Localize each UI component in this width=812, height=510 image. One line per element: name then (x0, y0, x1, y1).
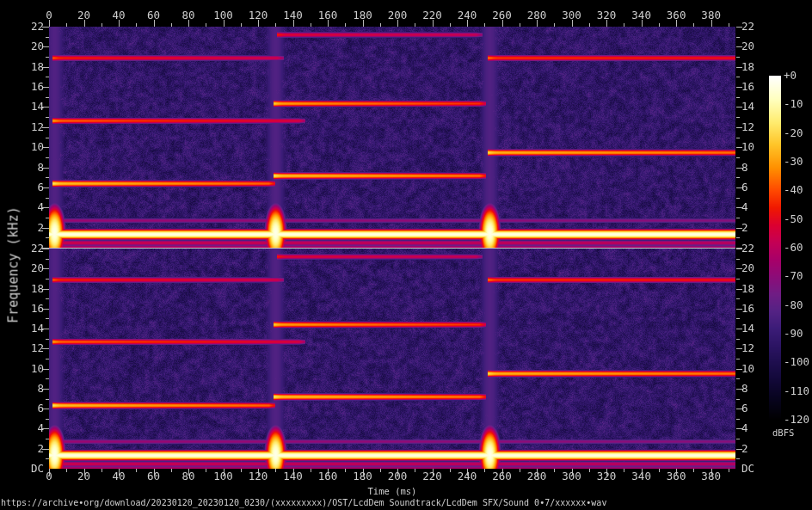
colorbar-tick-label: -40 (784, 185, 803, 196)
freq-tick-label-right: DC (741, 464, 754, 475)
colorbar-unit-label: dBFS (772, 428, 794, 438)
freq-tick-label-left: 2 (37, 443, 44, 454)
colorbar-tick-label: -60 (784, 243, 803, 254)
freq-tick-label-left: 20 (31, 41, 44, 52)
freq-tick-label-right: 6 (741, 403, 748, 415)
time-axis-label: Time (ms) (368, 487, 417, 496)
freq-tick-label-right: 20 (741, 263, 754, 274)
x-tick-label-bottom: 20 (77, 471, 90, 482)
freq-tick-label-right: 4 (741, 423, 748, 434)
x-tick-label-top: 280 (527, 10, 547, 22)
spectrogram-canvas (0, 0, 812, 510)
freq-tick-label-right: 12 (741, 343, 754, 354)
freq-tick-label-right: 16 (741, 304, 754, 315)
x-tick-label-top: 60 (147, 10, 160, 22)
freq-tick-label-left: 6 (37, 182, 44, 194)
x-tick-label-top: 80 (181, 10, 194, 22)
x-tick-label-bottom: 60 (147, 471, 160, 482)
colorbar-tick-label: -70 (784, 271, 803, 282)
freq-tick-label-right: 22 (741, 22, 754, 33)
x-tick-label-top: 380 (701, 10, 721, 22)
x-tick-label-bottom: 180 (353, 471, 372, 482)
footer-url: https://archive•org/download/20230120_20… (1, 499, 606, 507)
x-tick-label-top: 360 (667, 10, 686, 22)
x-tick-label-top: 260 (492, 10, 512, 22)
freq-tick-label-right: 18 (741, 283, 754, 294)
colorbar-tick-label: -80 (784, 299, 803, 310)
colorbar-tick-label: -110 (784, 385, 809, 396)
colorbar-tick-label: -10 (784, 99, 803, 110)
freq-tick-label-left: 2 (37, 222, 44, 233)
x-tick-label-top: 300 (562, 10, 581, 22)
x-tick-label-top: 240 (458, 10, 477, 22)
freq-tick-label-right: 10 (741, 363, 754, 374)
colorbar-tick-label: -120 (784, 415, 809, 426)
colorbar-tick-label: -20 (784, 127, 803, 138)
x-tick-label-top: 100 (213, 10, 233, 22)
freq-tick-label-right: 14 (741, 323, 754, 335)
freq-tick-label-right: 16 (741, 82, 754, 93)
freq-tick-label-left: 12 (31, 122, 44, 133)
colorbar-tick-label: -100 (784, 357, 809, 368)
x-tick-label-top: 40 (112, 10, 125, 22)
x-tick-label-top: 160 (318, 10, 338, 22)
freq-tick-label-left: 12 (31, 343, 44, 354)
freq-tick-label-left: 8 (37, 384, 44, 395)
x-tick-label-top: 340 (631, 10, 651, 22)
x-tick-label-bottom: 260 (492, 471, 512, 482)
freq-tick-label-right: 12 (741, 122, 754, 133)
x-tick-label-bottom: 240 (458, 471, 477, 482)
x-tick-label-bottom: 320 (597, 471, 617, 482)
x-tick-label-bottom: 120 (249, 471, 268, 482)
x-tick-label-bottom: 340 (631, 471, 651, 482)
freq-tick-label-right: 10 (741, 142, 754, 153)
frequency-axis-label: Frequency (kHz) (8, 206, 21, 323)
x-tick-label-top: 120 (249, 10, 268, 22)
x-tick-label-top: 140 (283, 10, 303, 22)
freq-tick-label-left: 22 (31, 22, 44, 33)
x-tick-label-bottom: 380 (701, 471, 721, 482)
colorbar-tick-label: -90 (784, 329, 803, 340)
freq-tick-label-right: 2 (741, 443, 748, 454)
freq-tick-label-right: 8 (741, 384, 748, 395)
freq-tick-label-left: 14 (31, 101, 44, 113)
freq-tick-label-left: 20 (31, 263, 44, 274)
freq-tick-label-right: 8 (741, 162, 748, 173)
x-tick-label-bottom: 200 (388, 471, 408, 482)
colorbar-tick-label: -50 (784, 213, 803, 224)
freq-tick-label-left: 4 (37, 423, 44, 434)
freq-tick-label-left: 8 (37, 162, 44, 173)
x-tick-label-bottom: 100 (213, 471, 233, 482)
freq-tick-label-left: 18 (31, 61, 44, 72)
x-tick-label-bottom: 300 (562, 471, 581, 482)
freq-tick-label-left: 6 (37, 403, 44, 415)
x-tick-label-bottom: 360 (667, 471, 686, 482)
x-tick-label-bottom: 140 (283, 471, 303, 482)
x-tick-label-bottom: 220 (422, 471, 442, 482)
freq-tick-label-left: 14 (31, 323, 44, 335)
freq-tick-label-right: 20 (741, 41, 754, 52)
freq-tick-label-left: 4 (37, 202, 44, 213)
x-tick-label-bottom: 80 (181, 471, 194, 482)
x-tick-label-bottom: 0 (46, 471, 52, 482)
freq-tick-label-right: 14 (741, 101, 754, 113)
x-tick-label-top: 180 (353, 10, 372, 22)
freq-tick-label-left: 16 (31, 82, 44, 93)
x-tick-label-top: 0 (46, 10, 52, 22)
x-tick-label-bottom: 40 (112, 471, 125, 482)
x-tick-label-bottom: 280 (527, 471, 547, 482)
x-tick-label-top: 200 (388, 10, 408, 22)
freq-tick-label-left: 10 (31, 363, 44, 374)
freq-tick-label-right: 6 (741, 182, 748, 194)
x-tick-label-top: 320 (597, 10, 617, 22)
freq-tick-label-right: 18 (741, 61, 754, 72)
x-tick-label-top: 20 (77, 10, 90, 22)
freq-tick-label-right: 22 (741, 243, 754, 255)
freq-tick-label-right: 2 (741, 222, 748, 233)
freq-tick-label-left: DC (31, 464, 44, 475)
colorbar-tick-label: -30 (784, 157, 803, 168)
x-tick-label-top: 220 (422, 10, 442, 22)
freq-tick-label-left: 10 (31, 142, 44, 153)
colorbar-tick-label: +0 (784, 71, 797, 82)
freq-tick-label-left: 16 (31, 304, 44, 315)
